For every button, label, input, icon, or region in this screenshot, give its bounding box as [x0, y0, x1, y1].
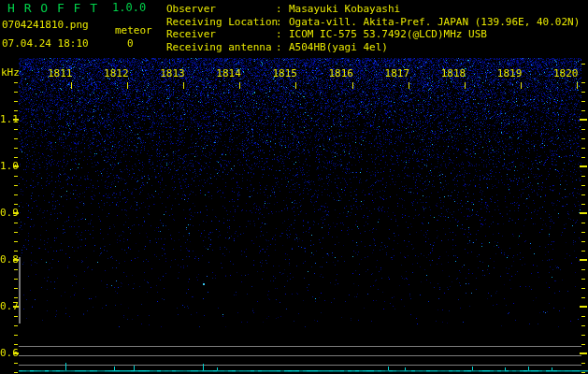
time-tick-mark — [352, 82, 353, 89]
freq-major-tick-right — [580, 119, 587, 121]
info-colon: : — [276, 3, 289, 16]
info-label: Observer — [166, 3, 276, 16]
time-tick-mark — [409, 82, 409, 89]
freq-minor-tick-left — [14, 325, 18, 326]
info-colon: : — [276, 16, 289, 29]
freq-minor-tick-left — [14, 129, 18, 130]
time-tick-label: 1815 — [272, 67, 297, 79]
info-row-receiver: Receiver:ICOM IC-575 53.7492(@LCD)MHz US… — [166, 28, 580, 41]
mode-label: meteor — [115, 24, 152, 36]
info-row-observer: Observer:Masayuki Kobayashi — [166, 3, 580, 16]
freq-major-tick-left — [13, 212, 19, 214]
freq-major-tick-right — [580, 306, 587, 308]
freq-minor-tick-left — [14, 204, 18, 205]
freq-major-tick-right — [580, 212, 587, 214]
freq-minor-tick-left — [14, 223, 18, 223]
freq-minor-tick-left — [14, 157, 18, 158]
freq-minor-tick-right — [581, 335, 585, 336]
freq-minor-tick-right — [581, 363, 585, 364]
freq-major-tick-right — [580, 352, 587, 354]
freq-minor-tick-right — [581, 176, 585, 177]
freq-minor-tick-right — [581, 129, 585, 130]
freq-minor-tick-right — [581, 148, 585, 149]
time-tick-label: 1817 — [385, 67, 410, 79]
freq-minor-tick-right — [581, 325, 585, 326]
freq-major-tick-left — [13, 259, 19, 261]
freq-minor-tick-right — [581, 82, 585, 83]
freq-minor-tick-left — [14, 185, 18, 186]
freq-minor-tick-right — [581, 297, 585, 298]
freq-major-tick-left — [13, 165, 19, 167]
freq-minor-tick-left — [14, 82, 18, 83]
freq-minor-tick-right — [581, 372, 585, 373]
info-label: Receiving antenna — [166, 41, 276, 54]
freq-minor-tick-right — [581, 101, 585, 102]
time-tick-mark — [465, 82, 466, 89]
freq-minor-tick-left — [14, 251, 18, 252]
time-tick-label: 1811 — [48, 67, 73, 79]
freq-minor-tick-right — [581, 269, 585, 270]
freq-minor-tick-left — [14, 232, 18, 233]
info-row-receiving-antenna: Receiving antenna:A504HB(yagi 4el) — [166, 41, 580, 54]
time-tick-mark — [521, 82, 522, 89]
freq-minor-tick-left — [14, 101, 18, 102]
info-value: A504HB(yagi 4el) — [289, 41, 388, 54]
freq-minor-tick-right — [581, 185, 585, 186]
time-tick-mark — [127, 82, 128, 89]
time-tick-mark — [239, 82, 240, 89]
app-version: 1.0.0 — [112, 2, 146, 14]
time-tick-label: 1813 — [160, 67, 185, 79]
freq-minor-tick-right — [581, 232, 585, 233]
freq-minor-tick-right — [581, 279, 585, 280]
info-colon: : — [276, 41, 289, 54]
freq-minor-tick-right — [581, 251, 585, 252]
freq-minor-tick-left — [14, 241, 18, 242]
time-tick-label: 1819 — [497, 67, 523, 79]
freq-minor-tick-left — [14, 148, 18, 149]
freq-major-tick-right — [580, 259, 587, 261]
freq-minor-tick-right — [581, 223, 585, 223]
freq-minor-tick-left — [14, 110, 18, 111]
time-tick-label: 1814 — [216, 67, 241, 79]
time-tick-label: 1818 — [441, 67, 466, 79]
hrofft-window: H R O F F T 1.0.0 0704241810.png meteor … — [0, 0, 588, 374]
freq-minor-tick-right — [581, 64, 585, 65]
time-tick-label: 1812 — [104, 67, 129, 79]
time-tick-label: 1820 — [553, 67, 579, 79]
freq-minor-tick-right — [581, 157, 585, 158]
info-colon: : — [276, 28, 289, 41]
freq-minor-tick-left — [14, 363, 18, 364]
time-tick-label: 1816 — [329, 67, 354, 79]
freq-minor-tick-right — [581, 138, 585, 139]
freq-minor-tick-right — [581, 344, 585, 345]
freq-minor-tick-left — [14, 269, 18, 270]
freq-minor-tick-right — [581, 288, 585, 289]
freq-major-tick-right — [580, 165, 587, 167]
meteor-count: 0 — [127, 37, 134, 50]
freq-minor-tick-left — [14, 335, 18, 336]
freq-unit-label: kHz — [1, 66, 20, 79]
station-info-block: Observer:Masayuki KobayashiReceiving Loc… — [166, 3, 580, 53]
freq-minor-tick-left — [14, 288, 18, 289]
freq-minor-tick-right — [581, 110, 585, 111]
time-tick-mark — [71, 82, 72, 89]
spectrogram-canvas — [0, 0, 588, 374]
freq-minor-tick-left — [14, 372, 18, 373]
freq-minor-tick-right — [581, 194, 585, 195]
freq-major-tick-left — [13, 119, 19, 121]
freq-minor-tick-left — [14, 92, 18, 93]
info-label: Receiver — [166, 28, 276, 41]
freq-minor-tick-left — [14, 344, 18, 345]
info-value: Masayuki Kobayashi — [289, 3, 400, 16]
freq-minor-tick-right — [581, 241, 585, 242]
info-label: Receiving Location — [166, 16, 276, 29]
time-tick-mark — [183, 82, 184, 89]
info-row-receiving-location: Receiving Location:Ogata-vill. Akita-Pre… — [166, 16, 580, 29]
freq-minor-tick-right — [581, 316, 585, 317]
freq-major-tick-left — [13, 352, 19, 354]
freq-minor-tick-left — [14, 279, 18, 280]
freq-minor-tick-left — [14, 316, 18, 317]
datetime-label: 07.04.24 18:10 — [2, 37, 89, 50]
info-value: Ogata-vill. Akita-Pref. JAPAN (139.96E, … — [289, 16, 580, 29]
time-tick-mark — [295, 82, 296, 89]
